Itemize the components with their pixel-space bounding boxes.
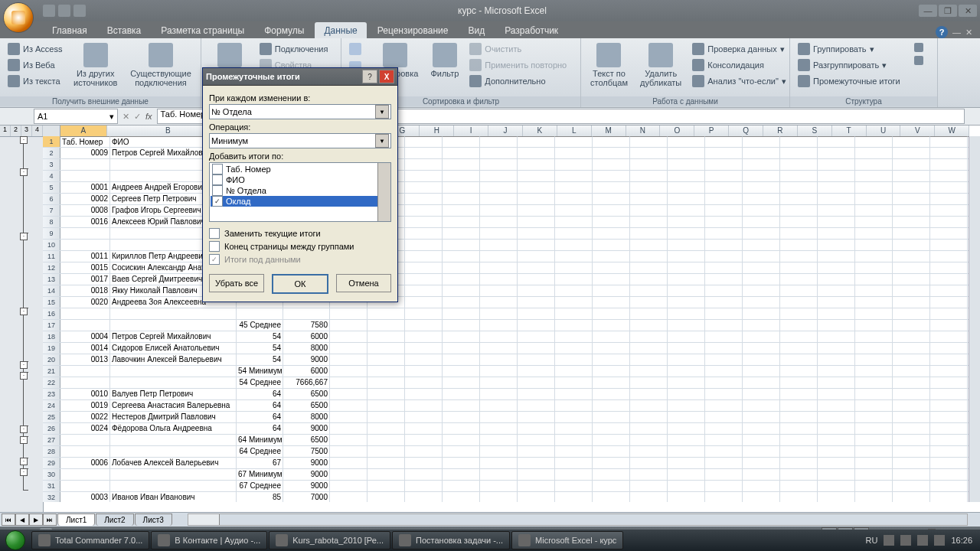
- tab-вставка[interactable]: Вставка: [98, 22, 151, 38]
- cell[interactable]: [780, 240, 818, 250]
- cell[interactable]: [630, 389, 668, 399]
- cell[interactable]: [368, 481, 405, 491]
- cell[interactable]: [780, 171, 818, 181]
- cell[interactable]: [630, 240, 668, 250]
- cell[interactable]: [705, 389, 743, 399]
- remove-all-button[interactable]: Убрать все: [209, 274, 264, 292]
- cell[interactable]: [668, 492, 705, 502]
- taskbar-item[interactable]: Постановка задачи -...: [392, 531, 510, 549]
- cell[interactable]: [780, 320, 818, 331]
- cell[interactable]: [668, 171, 705, 181]
- cell[interactable]: 0017: [60, 274, 110, 285]
- cell[interactable]: [405, 194, 443, 204]
- cell[interactable]: [743, 320, 780, 331]
- cell[interactable]: [630, 343, 668, 354]
- cell[interactable]: [630, 194, 668, 204]
- cell[interactable]: [443, 148, 480, 158]
- cell[interactable]: [330, 481, 368, 491]
- cell[interactable]: [518, 285, 555, 296]
- cell[interactable]: [480, 159, 518, 170]
- row-header[interactable]: 23: [43, 389, 60, 399]
- cell[interactable]: [893, 262, 930, 273]
- cell[interactable]: [818, 458, 855, 468]
- row-header[interactable]: 16: [43, 308, 60, 319]
- cell[interactable]: [743, 205, 780, 216]
- cell[interactable]: [480, 412, 518, 422]
- cell[interactable]: [743, 217, 780, 227]
- cell[interactable]: [480, 354, 518, 365]
- cell[interactable]: [818, 412, 855, 422]
- cell[interactable]: [705, 435, 743, 445]
- cell[interactable]: [518, 400, 555, 411]
- cell[interactable]: [705, 458, 743, 468]
- row-header[interactable]: 15: [43, 297, 60, 308]
- cell[interactable]: [743, 469, 780, 480]
- cell[interactable]: [855, 217, 893, 227]
- cell[interactable]: 0002: [60, 194, 110, 204]
- cell[interactable]: [855, 262, 893, 273]
- cell[interactable]: [930, 377, 968, 388]
- cell[interactable]: [818, 205, 855, 216]
- cell[interactable]: [405, 435, 443, 445]
- cells-area[interactable]: 1Таб. НомерФИО20009Петров Сергей Михайло…: [43, 136, 969, 502]
- cell[interactable]: [443, 469, 480, 480]
- page-break-checkbox[interactable]: Конец страницы между группами: [209, 241, 391, 252]
- cell[interactable]: [110, 377, 237, 388]
- cell[interactable]: [480, 274, 518, 285]
- cell[interactable]: [893, 469, 930, 480]
- column-header[interactable]: V: [900, 126, 935, 136]
- cell[interactable]: [593, 136, 630, 147]
- cell[interactable]: [780, 285, 818, 296]
- cell[interactable]: [855, 240, 893, 250]
- cell[interactable]: [780, 458, 818, 468]
- cell[interactable]: [930, 148, 968, 158]
- cell[interactable]: [705, 262, 743, 273]
- cell[interactable]: [330, 389, 368, 399]
- cell[interactable]: [518, 194, 555, 204]
- cell[interactable]: [930, 481, 968, 491]
- cell[interactable]: [518, 182, 555, 193]
- cell[interactable]: [630, 354, 668, 365]
- cell[interactable]: [555, 423, 593, 434]
- cell[interactable]: [480, 217, 518, 227]
- cell[interactable]: 6500: [283, 389, 330, 399]
- cell[interactable]: [555, 354, 593, 365]
- cell[interactable]: [480, 251, 518, 262]
- cell[interactable]: [330, 343, 368, 354]
- cell[interactable]: [60, 228, 110, 239]
- tray-icon[interactable]: [884, 535, 894, 546]
- cell[interactable]: [518, 354, 555, 365]
- cell[interactable]: [930, 274, 968, 285]
- connections-button[interactable]: Подключения: [256, 41, 340, 57]
- cell[interactable]: [593, 354, 630, 365]
- cell[interactable]: [518, 297, 555, 308]
- cell[interactable]: [630, 412, 668, 422]
- row-header[interactable]: 2: [43, 148, 60, 158]
- cell[interactable]: Лавочкин Алексей Валерьевич: [110, 354, 237, 365]
- cell[interactable]: [893, 412, 930, 422]
- cell[interactable]: [480, 240, 518, 250]
- cell[interactable]: [743, 423, 780, 434]
- cell[interactable]: Иванов Иван Иванович: [110, 492, 237, 502]
- cell[interactable]: [237, 308, 283, 319]
- cell[interactable]: [893, 377, 930, 388]
- cell[interactable]: [743, 331, 780, 342]
- cell[interactable]: [555, 492, 593, 502]
- cell[interactable]: [443, 136, 480, 147]
- cell[interactable]: [630, 481, 668, 491]
- cell[interactable]: [668, 389, 705, 399]
- cell[interactable]: [443, 366, 480, 377]
- cell[interactable]: 0006: [60, 458, 110, 468]
- cell[interactable]: [443, 435, 480, 445]
- cell[interactable]: [110, 446, 237, 457]
- cell[interactable]: [405, 308, 443, 319]
- cell[interactable]: 9000: [283, 469, 330, 480]
- cell[interactable]: [743, 262, 780, 273]
- row-header[interactable]: 18: [43, 331, 60, 342]
- cell[interactable]: [930, 492, 968, 502]
- cell[interactable]: [893, 136, 930, 147]
- cell[interactable]: Таб. Номер: [60, 136, 110, 147]
- cell[interactable]: [818, 320, 855, 331]
- cell[interactable]: [705, 320, 743, 331]
- cell[interactable]: [443, 228, 480, 239]
